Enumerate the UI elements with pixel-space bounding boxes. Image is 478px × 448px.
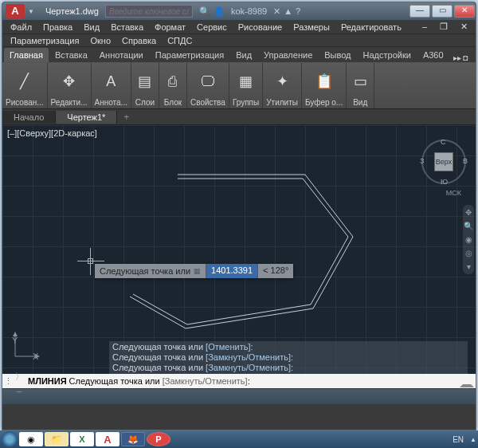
ribbon-scroll-icon[interactable]: ▸▸ ◘ xyxy=(453,53,468,62)
ribbon-panel-modify[interactable]: ✥Редакти... xyxy=(48,63,92,108)
drawing-canvas[interactable]: [–][Сверху][2D-каркас] Верх С Ю В З МСК … xyxy=(2,125,476,388)
taskbar-autocad[interactable]: A xyxy=(96,432,120,446)
menu-view[interactable]: Вид xyxy=(79,22,104,33)
menu-file[interactable]: Файл xyxy=(6,22,37,33)
ribbon-tab-annotate[interactable]: Аннотации xyxy=(94,48,149,62)
tray-arrow-icon[interactable]: ▲ xyxy=(470,436,476,443)
app-logo[interactable]: A xyxy=(6,4,25,18)
window-buttons: — ▭ ✕ xyxy=(409,3,476,19)
ribbon-panel-groups[interactable]: ▦Группы xyxy=(229,63,263,108)
start-button[interactable] xyxy=(2,431,18,447)
layers-icon[interactable]: ▤ xyxy=(135,71,155,92)
ribbon-tab-a360[interactable]: A360 xyxy=(417,48,449,62)
command-history[interactable]: Следующая точка или [Отменить]: Следующа… xyxy=(109,341,468,374)
line-icon[interactable]: ╱ xyxy=(14,71,35,92)
menu-help[interactable]: Справка xyxy=(117,35,161,46)
ribbon-panel-annotation[interactable]: AАннота... xyxy=(92,63,131,108)
taskbar-excel[interactable]: X xyxy=(70,432,94,446)
text-icon[interactable]: A xyxy=(100,71,121,92)
taskbar-explorer[interactable]: 📁 xyxy=(45,432,69,446)
ribbon-panel-clipboard[interactable]: 📋Буфер о... xyxy=(302,63,347,108)
close-button[interactable]: ✕ xyxy=(454,5,475,18)
ribbon-tab-addins[interactable]: Надстройки xyxy=(358,48,417,62)
nav-wheel-icon[interactable]: ◎ xyxy=(465,249,472,257)
mdi-restore[interactable]: ❐ xyxy=(435,21,453,33)
menu-parametric[interactable]: Параметризация xyxy=(6,35,84,46)
navbar[interactable]: ✥ 🔍 ◉ ◎ ▾ xyxy=(463,205,474,274)
menu-format[interactable]: Формат xyxy=(150,22,190,33)
taskbar[interactable]: ◉ 📁 X A 🦊 P EN ▲ xyxy=(0,430,478,448)
ribbon-tab-view[interactable]: Вид xyxy=(230,48,257,62)
nav-more-icon[interactable]: ▾ xyxy=(467,262,471,271)
minimize-button[interactable]: — xyxy=(409,5,430,18)
search-input[interactable] xyxy=(105,5,193,18)
menu-window[interactable]: Окно xyxy=(85,35,116,46)
taskbar-chrome[interactable]: ◉ xyxy=(19,432,43,446)
search-icon[interactable]: 🔍 xyxy=(199,6,210,17)
help-icon[interactable]: ? xyxy=(296,6,300,17)
viewcube-east[interactable]: В xyxy=(463,157,468,165)
utilities-icon[interactable]: ✦ xyxy=(272,71,292,92)
menu-dimension[interactable]: Размеры xyxy=(288,22,335,33)
taskbar-app-p[interactable]: P xyxy=(147,432,170,446)
dynamic-input[interactable]: Следующая точка или 1401.3391 < 128° xyxy=(95,264,293,278)
block-icon[interactable]: ⎙ xyxy=(163,71,183,92)
dynamic-angle[interactable]: < 128° xyxy=(257,264,293,278)
viewcube-west[interactable]: З xyxy=(420,157,424,165)
wcs-label: МСК xyxy=(446,189,461,197)
ribbon-panel-draw[interactable]: ╱Рисован... xyxy=(2,63,48,108)
ribbon-panel-properties[interactable]: 🖵Свойства xyxy=(187,63,229,108)
move-icon[interactable]: ✥ xyxy=(59,71,80,92)
statusbar[interactable] xyxy=(2,388,476,404)
menu-tools[interactable]: Сервис xyxy=(192,22,232,33)
viewcube[interactable]: Верх С Ю В З xyxy=(421,140,466,184)
menu-edit[interactable]: Правка xyxy=(38,22,77,33)
menu-spds[interactable]: СПДС xyxy=(163,35,197,46)
title-icons: 🔍 👤 xyxy=(199,6,225,17)
cmd-chevron-icon[interactable]: 〉_ xyxy=(14,371,25,392)
mdi-minimize[interactable]: – xyxy=(417,21,432,33)
nav-orbit-icon[interactable]: ◉ xyxy=(465,235,472,244)
viewcube-north[interactable]: С xyxy=(441,138,446,146)
ribbon-panel-utilities[interactable]: ✦Утилиты xyxy=(263,63,302,108)
ribbon-panel-view[interactable]: ▭Вид xyxy=(347,63,374,108)
ribbon-panel-layers[interactable]: ▤Слои xyxy=(131,63,159,108)
language-indicator[interactable]: EN xyxy=(448,435,468,444)
ribbon-tab-insert[interactable]: Вставка xyxy=(49,48,93,62)
menu-modify[interactable]: Редактировать xyxy=(336,22,406,33)
cloud-icon[interactable]: ▲ xyxy=(284,6,292,17)
doc-tab-drawing[interactable]: Чертеж1* xyxy=(56,111,117,124)
doc-tab-add[interactable]: + xyxy=(117,112,135,123)
command-line[interactable]: ⋮ 〉_ МЛИНИЯ Следующая точка или [Замкнут… xyxy=(2,374,476,388)
qat-dropdown-icon[interactable]: ▼ xyxy=(28,8,34,15)
ribbon-tabs: Главная Вставка Аннотации Параметризация… xyxy=(2,47,476,63)
menu-insert[interactable]: Вставка xyxy=(106,22,148,33)
clipboard-icon[interactable]: 📋 xyxy=(314,71,335,92)
taskbar-firefox[interactable]: 🦊 xyxy=(121,432,145,446)
nav-pan-icon[interactable]: ✥ xyxy=(465,208,472,217)
viewport-label[interactable]: [–][Сверху][2D-каркас] xyxy=(7,128,97,138)
history-line: Следующая точка или [Замкнуть/Отменить]: xyxy=(112,352,464,363)
menu-draw[interactable]: Рисование xyxy=(233,22,287,33)
mdi-close[interactable]: ✕ xyxy=(456,21,472,33)
ribbon-tab-manage[interactable]: Управление xyxy=(258,48,318,62)
exchange-icon[interactable]: ✕ xyxy=(273,6,280,17)
ribbon-tab-output[interactable]: Вывод xyxy=(319,48,356,62)
doc-tab-start[interactable]: Начало xyxy=(2,111,56,124)
ribbon-tab-home[interactable]: Главная xyxy=(4,48,49,62)
nav-zoom-icon[interactable]: 🔍 xyxy=(464,222,473,230)
properties-icon[interactable]: 🖵 xyxy=(198,71,218,92)
user-icon[interactable]: 👤 xyxy=(214,6,225,17)
viewcube-south[interactable]: Ю xyxy=(441,178,448,186)
viewcube-face[interactable]: Верх xyxy=(434,152,453,171)
cmd-options[interactable]: [Замкнуть/Отменить] xyxy=(163,376,248,386)
view-icon[interactable]: ▭ xyxy=(350,71,370,92)
titlebar[interactable]: A ▼ Чертеж1.dwg 🔍 👤 kok-8989 ✕ ▲ ? — ▭ ✕ xyxy=(2,2,476,20)
ribbon-panel-block[interactable]: ⎙Блок xyxy=(159,63,187,108)
ribbon-tab-parametric[interactable]: Параметризация xyxy=(150,48,229,62)
groups-icon[interactable]: ▦ xyxy=(236,71,257,92)
user-name[interactable]: kok-8989 xyxy=(231,6,267,16)
maximize-button[interactable]: ▭ xyxy=(432,5,453,18)
cmd-handle-icon[interactable]: ⋮ xyxy=(2,376,14,387)
dynamic-distance[interactable]: 1401.3391 xyxy=(206,264,257,278)
